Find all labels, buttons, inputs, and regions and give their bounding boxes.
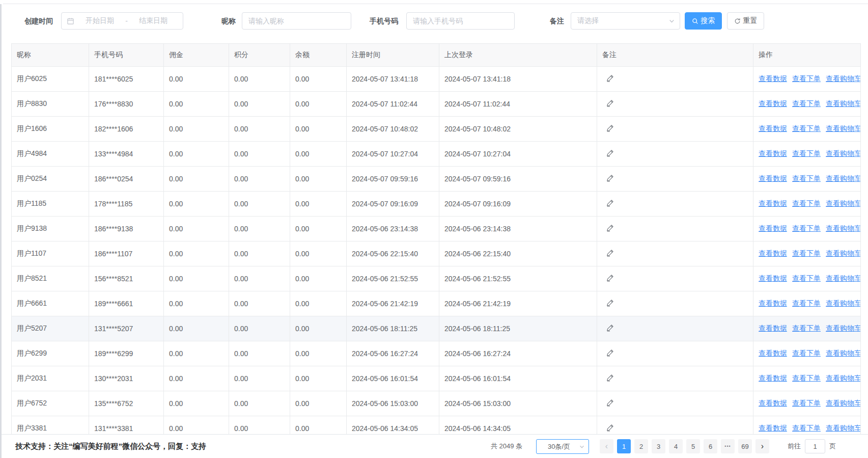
cell-points: 0.00 <box>229 217 290 241</box>
action-link[interactable]: 查看下单 <box>792 299 821 307</box>
prev-page-button[interactable]: ‹ <box>600 439 613 453</box>
page-button-1[interactable]: 1 <box>617 439 631 453</box>
action-link[interactable]: 查看购物车 <box>826 349 861 357</box>
action-link[interactable]: 查看购物车 <box>826 199 861 207</box>
column-header: 注册时间 <box>347 44 439 67</box>
action-link[interactable]: 查看下单 <box>792 374 821 382</box>
action-link[interactable]: 查看数据 <box>759 299 787 307</box>
action-link[interactable]: 查看购物车 <box>826 299 861 307</box>
reset-button[interactable]: 重置 <box>727 12 764 30</box>
action-link[interactable]: 查看数据 <box>759 124 787 132</box>
action-link[interactable]: 查看数据 <box>759 249 787 257</box>
action-link[interactable]: 查看购物车 <box>826 74 861 83</box>
action-link[interactable]: 查看数据 <box>759 274 787 282</box>
left-edge-scrollbar[interactable] <box>0 4 2 458</box>
action-link[interactable]: 查看下单 <box>792 249 821 257</box>
edit-remark-icon[interactable] <box>606 399 614 407</box>
search-button[interactable]: 搜索 <box>685 12 722 30</box>
action-link[interactable]: 查看下单 <box>792 399 821 407</box>
action-link[interactable]: 查看购物车 <box>826 424 861 432</box>
more-pages-button[interactable]: ••• <box>721 439 735 453</box>
action-link[interactable]: 查看数据 <box>759 74 787 83</box>
action-link[interactable]: 查看购物车 <box>826 224 861 232</box>
edit-remark-icon[interactable] <box>606 99 614 107</box>
table-row: 用户6752 135****6752 0.00 0.00 0.00 2024-0… <box>12 391 861 416</box>
cell-remark <box>597 391 753 416</box>
edit-remark-icon[interactable] <box>606 324 614 332</box>
action-link[interactable]: 查看下单 <box>792 99 821 107</box>
cell-nickname: 用户6661 <box>12 291 89 316</box>
action-link[interactable]: 查看购物车 <box>826 324 861 332</box>
action-link[interactable]: 查看购物车 <box>826 99 861 107</box>
edit-remark-icon[interactable] <box>606 299 614 307</box>
action-link[interactable]: 查看下单 <box>792 124 821 132</box>
action-link[interactable]: 查看购物车 <box>826 174 861 182</box>
action-link[interactable]: 查看数据 <box>759 149 787 157</box>
action-link[interactable]: 查看下单 <box>792 74 821 83</box>
edit-remark-icon[interactable] <box>606 149 614 157</box>
action-link[interactable]: 查看数据 <box>759 324 787 332</box>
page-button-69[interactable]: 69 <box>738 439 752 453</box>
edit-remark-icon[interactable] <box>606 349 614 357</box>
date-range-separator: - <box>124 17 129 25</box>
cell-points: 0.00 <box>229 391 290 416</box>
edit-remark-icon[interactable] <box>606 199 614 207</box>
action-link[interactable]: 查看购物车 <box>826 274 861 282</box>
action-link[interactable]: 查看数据 <box>759 349 787 357</box>
cell-register-time: 2024-05-06 15:03:00 <box>347 391 439 416</box>
nickname-input[interactable] <box>242 12 351 30</box>
edit-remark-icon[interactable] <box>606 274 614 282</box>
edit-remark-icon[interactable] <box>606 424 614 432</box>
action-link[interactable]: 查看购物车 <box>826 249 861 257</box>
page-button-4[interactable]: 4 <box>669 439 683 453</box>
action-link[interactable]: 查看下单 <box>792 174 821 182</box>
action-link[interactable]: 查看下单 <box>792 199 821 207</box>
next-page-button[interactable]: › <box>755 439 769 453</box>
column-header: 上次登录 <box>439 44 597 67</box>
action-link[interactable]: 查看数据 <box>759 224 787 232</box>
edit-remark-icon[interactable] <box>606 249 614 257</box>
date-range-picker[interactable]: 开始日期 - 结束日期 <box>61 12 183 30</box>
action-link[interactable]: 查看下单 <box>792 274 821 282</box>
action-link[interactable]: 查看数据 <box>759 399 787 407</box>
page-button-2[interactable]: 2 <box>634 439 648 453</box>
action-link[interactable]: 查看下单 <box>792 324 821 332</box>
action-link[interactable]: 查看下单 <box>792 224 821 232</box>
action-link[interactable]: 查看数据 <box>759 424 787 432</box>
action-link[interactable]: 查看数据 <box>759 99 787 107</box>
reset-icon <box>734 18 741 24</box>
edit-remark-icon[interactable] <box>606 74 614 82</box>
edit-remark-icon[interactable] <box>606 174 614 182</box>
page-button-5[interactable]: 5 <box>686 439 700 453</box>
action-link[interactable]: 查看下单 <box>792 149 821 157</box>
action-link[interactable]: 查看购物车 <box>826 124 861 132</box>
cell-remark <box>597 117 753 142</box>
edit-remark-icon[interactable] <box>606 374 614 382</box>
edit-remark-icon[interactable] <box>606 224 614 232</box>
action-link[interactable]: 查看下单 <box>792 349 821 357</box>
action-link[interactable]: 查看数据 <box>759 174 787 182</box>
phone-input[interactable] <box>406 12 515 30</box>
table-row: 用户1606 182****1606 0.00 0.00 0.00 2024-0… <box>12 117 861 142</box>
goto-page-input[interactable] <box>805 439 825 453</box>
cell-phone: 186****0254 <box>89 167 164 192</box>
cell-points: 0.00 <box>229 291 290 316</box>
start-date-placeholder[interactable]: 开始日期 <box>75 16 124 25</box>
action-link[interactable]: 查看购物车 <box>826 149 861 157</box>
column-header: 手机号码 <box>89 44 164 67</box>
page-button-6[interactable]: 6 <box>704 439 717 453</box>
action-link[interactable]: 查看数据 <box>759 199 787 207</box>
end-date-placeholder[interactable]: 结束日期 <box>129 16 178 25</box>
cell-commission: 0.00 <box>164 217 229 241</box>
edit-remark-icon[interactable] <box>606 124 614 132</box>
action-link[interactable]: 查看购物车 <box>826 399 861 407</box>
remark-select[interactable]: 请选择 <box>571 12 680 30</box>
cell-balance: 0.00 <box>290 92 347 117</box>
action-link[interactable]: 查看数据 <box>759 374 787 382</box>
page-size-select[interactable]: 30条/页 <box>536 439 589 454</box>
action-link[interactable]: 查看购物车 <box>826 374 861 382</box>
cell-actions: 查看数据查看下单查看购物车 <box>753 241 861 266</box>
action-link[interactable]: 查看下单 <box>792 424 821 432</box>
page-button-3[interactable]: 3 <box>652 439 665 453</box>
cell-register-time: 2024-05-07 09:16:09 <box>347 192 439 217</box>
